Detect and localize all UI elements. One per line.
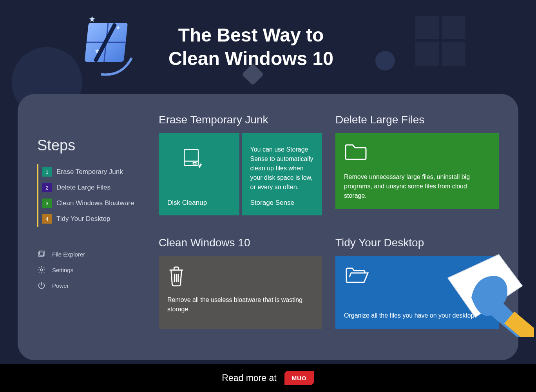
muo-logo[interactable]: MUO [284, 371, 314, 385]
file-explorer-icon [37, 250, 46, 258]
menu-item-power[interactable]: Power [37, 278, 147, 293]
disk-cleanup-icon [181, 146, 204, 170]
open-folder-icon [344, 266, 490, 289]
card-label: Storage Sense [250, 192, 314, 207]
card-group-clean: Clean Windows 10 Remove all the useless … [159, 237, 322, 337]
card-desc: Remove unnecessary large files, uninstal… [344, 172, 490, 201]
card-desc: Organize all the files you have on your … [344, 311, 490, 320]
main-panel: Steps 1 Erase Temporary Junk 2 Delete La… [18, 94, 518, 360]
card-delete-large-files[interactable]: Remove unnecessary large files, uninstal… [335, 133, 499, 209]
step-item-tidy[interactable]: 4 Tidy Your Desktop [42, 211, 147, 227]
footer-text: Read more at [222, 373, 276, 383]
card-title: Clean Windows 10 [159, 237, 322, 249]
step-number-badge: 1 [42, 167, 52, 177]
steps-heading: Steps [37, 137, 147, 154]
step-number-badge: 2 [42, 183, 52, 192]
muo-logo-text: MUO [292, 375, 307, 381]
menu-item-settings[interactable]: Settings [37, 262, 147, 278]
step-number-badge: 3 [42, 199, 52, 208]
step-label: Tidy Your Desktop [56, 215, 110, 223]
card-label: Disk Cleanup [167, 192, 207, 207]
step-item-delete[interactable]: 2 Delete Large Files [42, 180, 147, 195]
svg-marker-4 [89, 16, 95, 22]
card-desc: You can use Storage Sense to automatical… [250, 145, 314, 192]
title-line-1: The Best Way to [178, 25, 324, 45]
card-group-erase: Erase Temporary Junk Disk Cleanup You ca… [159, 114, 322, 223]
menu-label: Settings [52, 267, 73, 273]
gear-icon [37, 266, 46, 274]
menu-label: File Explorer [52, 251, 85, 258]
step-label: Delete Large Files [56, 184, 110, 191]
trash-icon [167, 266, 313, 289]
card-group-tidy: Tidy Your Desktop Organize all the files… [335, 237, 499, 337]
footer: Read more at MUO [0, 364, 536, 392]
power-icon [37, 281, 46, 290]
step-label: Erase Temporary Junk [56, 168, 123, 176]
card-title: Erase Temporary Junk [159, 114, 322, 126]
sidebar: Steps 1 Erase Temporary Junk 2 Delete La… [37, 114, 147, 337]
step-label: Clean Windows Bloatware [56, 199, 134, 207]
card-storage-sense[interactable]: You can use Storage Sense to automatical… [242, 133, 322, 215]
cards-grid: Erase Temporary Junk Disk Cleanup You ca… [159, 114, 499, 337]
card-title: Tidy Your Desktop [335, 237, 499, 249]
folder-icon [344, 143, 490, 166]
svg-rect-11 [193, 163, 196, 164]
menu-item-file-explorer[interactable]: File Explorer [37, 246, 147, 262]
card-disk-cleanup[interactable]: Disk Cleanup [159, 133, 239, 215]
step-item-erase[interactable]: 1 Erase Temporary Junk [42, 164, 147, 180]
card-clean-bloatware[interactable]: Remove all the useless bloatware that is… [159, 256, 322, 329]
step-number-badge: 4 [42, 214, 52, 224]
header: The Best Way to Clean Windows 10 [0, 0, 536, 78]
svg-rect-13 [504, 311, 534, 337]
step-item-clean[interactable]: 3 Clean Windows Bloatware [42, 195, 147, 211]
card-title: Delete Large Files [335, 114, 499, 126]
page-title: The Best Way to Clean Windows 10 [168, 23, 333, 70]
menu-label: Power [52, 282, 69, 289]
steps-list: 1 Erase Temporary Junk 2 Delete Large Fi… [37, 164, 147, 227]
clean-window-icon [78, 16, 141, 78]
card-tidy-desktop[interactable]: Organize all the files you have on your … [335, 256, 499, 329]
menu-list: File Explorer Settings Power [37, 246, 147, 293]
svg-point-9 [40, 269, 43, 271]
card-group-delete: Delete Large Files Remove unnecessary la… [335, 114, 499, 223]
card-desc: Remove all the useless bloatware that is… [167, 295, 313, 314]
